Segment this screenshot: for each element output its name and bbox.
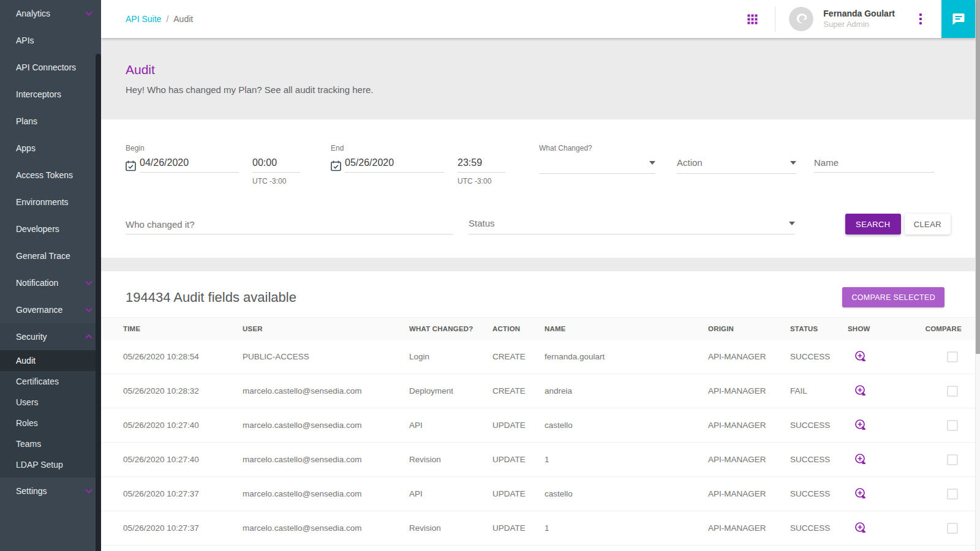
compare-selected-button[interactable]: COMPARE SELECTED	[842, 287, 944, 307]
show-details-button[interactable]	[853, 417, 869, 433]
table-row: 05/26/2020 10:28:32 marcelo.castello@sen…	[101, 374, 975, 408]
table-row: 05/26/2020 10:28:54 PUBLIC-ACCESS Login …	[101, 340, 975, 374]
compare-checkbox[interactable]	[947, 489, 958, 500]
sidebar-item-audit[interactable]: Audit	[0, 350, 101, 371]
show-details-button[interactable]	[853, 520, 869, 536]
show-details-button[interactable]	[853, 348, 869, 364]
kebab-menu-icon[interactable]	[916, 11, 925, 27]
action-field: Action	[677, 144, 796, 174]
begin-time-input[interactable]	[252, 157, 300, 168]
column-header-origin: ORIGIN	[708, 325, 790, 332]
cell-action: CREATE	[492, 386, 545, 395]
what-changed-label: What Changed?	[539, 144, 655, 157]
cell-status: SUCCESS	[790, 489, 848, 498]
sidebar-item-environments[interactable]: Environments	[0, 189, 101, 216]
sidebar-item-apps[interactable]: Apps	[0, 135, 101, 162]
sidebar-item-users[interactable]: Users	[0, 392, 101, 413]
results-summary: 194434 Audit fields available	[126, 290, 296, 305]
clear-button[interactable]: CLEAR	[905, 214, 951, 234]
table-row: 05/26/2020 10:27:37 marcelo.castello@sen…	[101, 477, 975, 511]
cell-what-changed: Login	[409, 352, 492, 361]
chevron-down-icon	[85, 307, 92, 312]
begin-time-field: UTC -3:00	[252, 144, 300, 186]
cell-name: fernanda.goulart	[545, 352, 708, 361]
column-header-name: NAME	[545, 325, 708, 332]
cell-time: 05/26/2020 10:27:40	[123, 455, 243, 464]
page-subtitle: Hey! Who has changed my Plan? See all au…	[126, 84, 975, 95]
zoom-in-icon	[854, 452, 867, 466]
sidebar-item-label: Teams	[16, 439, 41, 449]
sidebar: Analytics APIs API Connectors Intercepto…	[0, 0, 101, 551]
table-row: 05/26/2020 10:27:40 marcelo.castello@sen…	[101, 443, 975, 477]
apps-grid-icon[interactable]	[747, 14, 758, 24]
sidebar-item-plans[interactable]: Plans	[0, 108, 101, 135]
begin-date-input[interactable]	[140, 157, 239, 168]
user-role: Super Admin	[823, 20, 895, 29]
action-select[interactable]: Action	[677, 157, 796, 174]
sidebar-item-certificates[interactable]: Certificates	[0, 371, 101, 392]
dropdown-arrow-icon	[790, 161, 796, 165]
sidebar-item-general-trace[interactable]: General Trace	[0, 242, 101, 269]
show-details-button[interactable]	[853, 451, 869, 467]
sidebar-item-roles[interactable]: Roles	[0, 413, 101, 433]
sidebar-item-analytics[interactable]: Analytics	[0, 0, 101, 27]
sidebar-item-interceptors[interactable]: Interceptors	[0, 81, 101, 108]
show-details-button[interactable]	[853, 383, 869, 399]
compare-checkbox[interactable]	[947, 386, 958, 397]
sidebar-item-notification[interactable]: Notification	[0, 269, 101, 296]
chat-button[interactable]	[941, 0, 975, 38]
sidebar-item-ldap-setup[interactable]: LDAP Setup	[0, 454, 101, 475]
sidebar-item-label: Governance	[16, 305, 62, 315]
what-changed-select[interactable]	[539, 157, 655, 174]
cell-status: FAIL	[790, 386, 848, 395]
what-changed-field: What Changed?	[539, 144, 655, 174]
sidebar-item-api-connectors[interactable]: API Connectors	[0, 54, 101, 81]
breadcrumb-link-api-suite[interactable]: API Suite	[126, 14, 161, 24]
cell-what-changed: API	[409, 489, 492, 498]
who-changed-input[interactable]	[126, 219, 453, 230]
zoom-in-icon	[854, 418, 867, 432]
column-header-show: SHOW	[848, 325, 908, 332]
sidebar-item-developers[interactable]: Developers	[0, 216, 101, 242]
status-select[interactable]: Status	[469, 218, 795, 234]
zoom-in-icon	[854, 487, 867, 500]
end-date-input[interactable]	[345, 157, 444, 168]
cell-time: 05/26/2020 10:27:37	[123, 523, 243, 533]
user-info[interactable]: Fernanda Goulart Super Admin	[823, 9, 895, 29]
filter-row-2: Status SEARCH CLEAR	[126, 214, 951, 234]
cell-time: 05/26/2020 10:28:32	[123, 386, 243, 395]
cell-user: marcelo.castello@sensedia.com	[243, 489, 409, 498]
who-changed-field	[126, 219, 453, 234]
sidebar-item-label: Apps	[16, 143, 36, 153]
compare-checkbox[interactable]	[947, 454, 958, 465]
end-time-input[interactable]	[458, 157, 505, 168]
calendar-icon[interactable]	[126, 160, 136, 171]
sidebar-item-security[interactable]: Security	[0, 323, 101, 350]
compare-checkbox[interactable]	[947, 420, 958, 431]
breadcrumb-separator: /	[166, 14, 168, 24]
cell-user: PUBLIC-ACCESS	[243, 352, 409, 361]
end-label: End	[331, 144, 444, 157]
name-field	[814, 144, 934, 173]
sidebar-item-apis[interactable]: APIs	[0, 27, 101, 54]
cell-action: UPDATE	[492, 421, 545, 430]
page-header: Audit Hey! Who has changed my Plan? See …	[101, 38, 975, 119]
avatar[interactable]	[789, 7, 813, 31]
sidebar-item-governance[interactable]: Governance	[0, 296, 101, 323]
sidebar-scrollbar[interactable]	[96, 54, 101, 551]
compare-checkbox[interactable]	[947, 523, 958, 534]
sidebar-item-label: Settings	[16, 486, 47, 496]
cell-name: 1	[545, 455, 708, 464]
page-scrollbar[interactable]	[975, 0, 980, 551]
show-details-button[interactable]	[853, 485, 869, 501]
search-button[interactable]: SEARCH	[845, 214, 901, 234]
sidebar-item-settings[interactable]: Settings	[0, 478, 101, 504]
sidebar-item-teams[interactable]: Teams	[0, 433, 101, 454]
cell-origin: API-MANAGER	[708, 489, 790, 498]
name-input[interactable]	[814, 157, 934, 168]
sidebar-item-access-tokens[interactable]: Access Tokens	[0, 162, 101, 189]
scrollbar-thumb[interactable]	[976, 0, 980, 354]
sidebar-item-label: Analytics	[16, 9, 50, 18]
calendar-icon[interactable]	[331, 160, 341, 171]
compare-checkbox[interactable]	[947, 351, 958, 362]
